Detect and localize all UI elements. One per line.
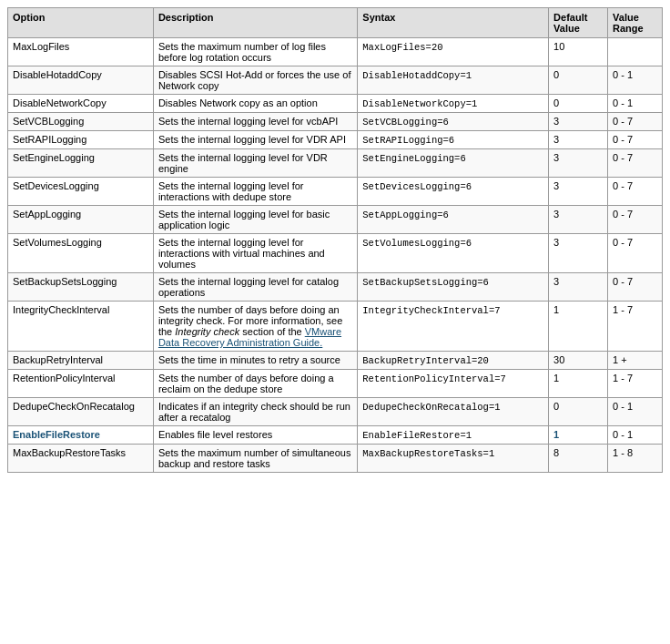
syntax-cell: MaxLogFiles=20 xyxy=(358,38,549,66)
table-row: MaxLogFilesSets the maximum number of lo… xyxy=(8,38,663,66)
default-value-cell: 1 xyxy=(549,302,608,352)
option-cell: SetDevicesLogging xyxy=(8,178,154,206)
syntax-value: BackupRetryInterval=20 xyxy=(362,355,489,366)
option-cell: MaxBackupRestoreTasks xyxy=(8,445,154,473)
table-header-syntax: Syntax xyxy=(358,8,549,38)
default-value-cell: 3 xyxy=(549,131,608,149)
description-cell: Disables SCSI Hot-Add or forces the use … xyxy=(153,66,357,95)
syntax-cell: SetVCBLogging=6 xyxy=(358,113,549,131)
description-cell: Sets the internal logging level for inte… xyxy=(153,234,357,273)
syntax-cell: SetDevicesLogging=6 xyxy=(358,178,549,206)
option-cell: SetVolumesLogging xyxy=(8,234,154,273)
value-range-cell: 0 - 1 xyxy=(608,66,663,95)
syntax-value: DisableHotaddCopy=1 xyxy=(362,70,472,81)
value-range-cell xyxy=(608,38,663,66)
table-header-value-range: Value Range xyxy=(608,8,663,38)
default-value: 1 xyxy=(553,429,559,440)
description-cell: Sets the internal logging level for VDR … xyxy=(153,131,357,149)
default-value-cell: 8 xyxy=(549,445,608,473)
syntax-value: IntegrityCheckInterval=7 xyxy=(362,305,500,316)
syntax-cell: RetentionPolicyInterval=7 xyxy=(358,370,549,398)
table-row: SetEngineLoggingSets the internal loggin… xyxy=(8,149,663,178)
syntax-cell: BackupRetryInterval=20 xyxy=(358,352,549,370)
default-value-cell: 1 xyxy=(549,426,608,445)
syntax-value: SetVolumesLogging=6 xyxy=(362,238,472,249)
value-range-cell: 0 - 7 xyxy=(608,149,663,178)
option-cell: EnableFileRestore xyxy=(8,426,154,445)
option-cell: DisableNetworkCopy xyxy=(8,95,154,113)
option-cell: DedupeCheckOnRecatalog xyxy=(8,398,154,426)
table-row: RetentionPolicyIntervalSets the number o… xyxy=(8,370,663,398)
value-range-cell: 0 - 7 xyxy=(608,206,663,234)
default-value-cell: 1 xyxy=(549,370,608,398)
description-cell: Sets the internal logging level for vcbA… xyxy=(153,113,357,131)
table-row: BackupRetryIntervalSets the time in minu… xyxy=(8,352,663,370)
description-cell: Sets the internal logging level for inte… xyxy=(153,178,357,206)
option-cell: BackupRetryInterval xyxy=(8,352,154,370)
table-row: EnableFileRestoreEnables file level rest… xyxy=(8,426,663,445)
value-range-cell: 1 - 7 xyxy=(608,302,663,352)
option-cell: DisableHotaddCopy xyxy=(8,66,154,95)
value-range-cell: 0 - 7 xyxy=(608,273,663,302)
value-range-cell: 1 - 8 xyxy=(608,445,663,473)
default-value-cell: 3 xyxy=(549,273,608,302)
table-header-default-value: Default Value xyxy=(549,8,608,38)
option-cell: SetVCBLogging xyxy=(8,113,154,131)
syntax-value: DedupeCheckOnRecatalog=1 xyxy=(362,402,500,413)
value-range-cell: 0 - 1 xyxy=(608,426,663,445)
table-row: SetBackupSetsLoggingSets the internal lo… xyxy=(8,273,663,302)
table-row: DisableHotaddCopyDisables SCSI Hot-Add o… xyxy=(8,66,663,95)
syntax-value: SetEngineLogging=6 xyxy=(362,153,465,164)
default-value-cell: 0 xyxy=(549,95,608,113)
syntax-cell: DisableHotaddCopy=1 xyxy=(358,66,549,95)
options-table: OptionDescriptionSyntaxDefault ValueValu… xyxy=(7,7,663,473)
value-range-cell: 0 - 7 xyxy=(608,178,663,206)
option-cell: SetRAPILogging xyxy=(8,131,154,149)
syntax-cell: DisableNetworkCopy=1 xyxy=(358,95,549,113)
description-cell: Sets the internal logging level for cata… xyxy=(153,273,357,302)
table-row: DisableNetworkCopyDisables Network copy … xyxy=(8,95,663,113)
syntax-value: MaxLogFiles=20 xyxy=(362,42,442,53)
description-cell: Sets the maximum number of simultaneous … xyxy=(153,445,357,473)
description-cell: Enables file level restores xyxy=(153,426,357,445)
table-header-option: Option xyxy=(8,8,154,38)
syntax-value: SetVCBLogging=6 xyxy=(362,117,449,128)
default-value-cell: 10 xyxy=(549,38,608,66)
value-range-cell: 1 - 7 xyxy=(608,370,663,398)
table-header-description: Description xyxy=(153,8,357,38)
syntax-cell: SetVolumesLogging=6 xyxy=(358,234,549,273)
syntax-value: EnableFileRestore=1 xyxy=(362,430,472,441)
default-value-cell: 0 xyxy=(549,66,608,95)
syntax-value: SetBackupSetsLogging=6 xyxy=(362,277,489,288)
table-row: MaxBackupRestoreTasksSets the maximum nu… xyxy=(8,445,663,473)
default-value-cell: 3 xyxy=(549,113,608,131)
syntax-cell: EnableFileRestore=1 xyxy=(358,426,549,445)
table-row: DedupeCheckOnRecatalogIndicates if an in… xyxy=(8,398,663,426)
value-range-cell: 0 - 1 xyxy=(608,95,663,113)
description-cell: Indicates if an integrity check should b… xyxy=(153,398,357,426)
option-cell: SetEngineLogging xyxy=(8,149,154,178)
default-value-cell: 3 xyxy=(549,178,608,206)
default-value-cell: 30 xyxy=(549,352,608,370)
syntax-value: SetAppLogging=6 xyxy=(362,210,449,220)
syntax-cell: SetAppLogging=6 xyxy=(358,206,549,234)
syntax-value: MaxBackupRestoreTasks=1 xyxy=(362,448,494,459)
table-row: IntegrityCheckIntervalSets the number of… xyxy=(8,302,663,352)
description-cell: Disables Network copy as an option xyxy=(153,95,357,113)
syntax-cell: IntegrityCheckInterval=7 xyxy=(358,302,549,352)
description-cell: Sets the maximum number of log files bef… xyxy=(153,38,357,66)
value-range-cell: 0 - 1 xyxy=(608,398,663,426)
value-range-cell: 0 - 7 xyxy=(608,131,663,149)
default-value-cell: 3 xyxy=(549,206,608,234)
syntax-value: RetentionPolicyInterval=7 xyxy=(362,373,506,384)
syntax-value: SetRAPILogging=6 xyxy=(362,135,454,146)
table-row: SetRAPILoggingSets the internal logging … xyxy=(8,131,663,149)
option-cell: RetentionPolicyInterval xyxy=(8,370,154,398)
syntax-cell: SetRAPILogging=6 xyxy=(358,131,549,149)
description-cell: Sets the internal logging level for basi… xyxy=(153,206,357,234)
syntax-value: SetDevicesLogging=6 xyxy=(362,181,472,192)
default-value-cell: 3 xyxy=(549,149,608,178)
option-cell: SetAppLogging xyxy=(8,206,154,234)
table-row: SetVCBLoggingSets the internal logging l… xyxy=(8,113,663,131)
table-row: SetVolumesLoggingSets the internal loggi… xyxy=(8,234,663,273)
